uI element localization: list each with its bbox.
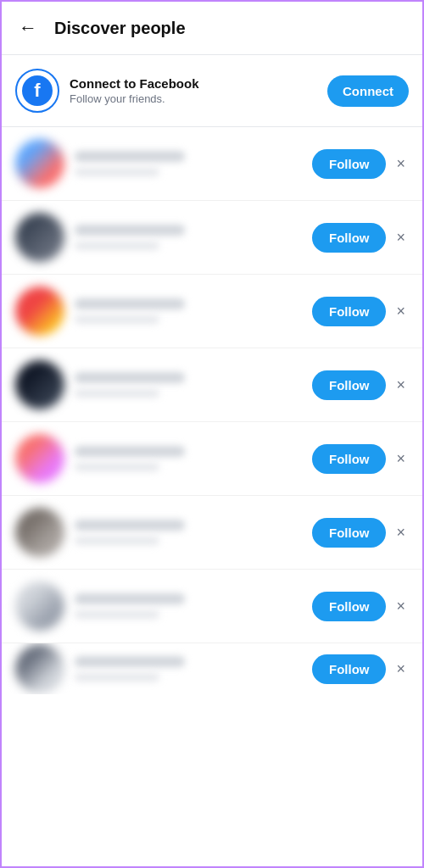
- person-info: [75, 298, 312, 324]
- person-name: [75, 520, 185, 531]
- avatar: [15, 213, 64, 262]
- person-handle: [75, 463, 159, 471]
- facebook-icon-wrap: f: [15, 69, 59, 113]
- dismiss-button[interactable]: ×: [393, 447, 409, 471]
- person-info: [75, 656, 312, 682]
- avatar: [15, 434, 64, 483]
- person-info: [75, 593, 312, 619]
- facebook-banner: f Connect to Facebook Follow your friend…: [2, 55, 422, 127]
- dismiss-button[interactable]: ×: [393, 657, 409, 682]
- person-handle: [75, 315, 159, 324]
- person-name: [75, 372, 185, 383]
- follow-button[interactable]: Follow: [312, 444, 387, 474]
- facebook-text: Connect to Facebook Follow your friends.: [70, 76, 317, 105]
- person-handle: [75, 389, 159, 398]
- person-name: [75, 593, 185, 604]
- dismiss-button[interactable]: ×: [393, 299, 409, 324]
- list-item: Follow ×: [2, 201, 422, 275]
- person-info: [75, 151, 312, 176]
- person-handle: [75, 537, 159, 545]
- person-handle: [75, 610, 159, 619]
- dismiss-button[interactable]: ×: [393, 373, 409, 398]
- dismiss-button[interactable]: ×: [393, 594, 409, 619]
- follow-button[interactable]: Follow: [312, 223, 387, 253]
- avatar: [15, 287, 64, 336]
- person-info: [75, 520, 312, 545]
- dismiss-button[interactable]: ×: [393, 225, 409, 250]
- person-handle: [75, 242, 159, 250]
- list-item: Follow ×: [2, 496, 422, 570]
- person-name: [75, 225, 185, 236]
- list-item: Follow ×: [2, 275, 422, 348]
- header: ← Discover people: [2, 2, 422, 55]
- person-info: [75, 446, 312, 471]
- connect-facebook-button[interactable]: Connect: [327, 75, 409, 107]
- person-name: [75, 656, 185, 667]
- list-item: Follow ×: [2, 643, 422, 694]
- follow-button[interactable]: Follow: [312, 370, 387, 400]
- page-title: Discover people: [54, 19, 186, 38]
- avatar: [15, 360, 64, 409]
- avatar: [15, 508, 64, 557]
- follow-button[interactable]: Follow: [312, 518, 387, 548]
- list-item: Follow ×: [2, 348, 422, 422]
- facebook-title: Connect to Facebook: [70, 76, 317, 91]
- follow-button[interactable]: Follow: [312, 297, 387, 326]
- facebook-subtitle: Follow your friends.: [70, 92, 317, 105]
- person-name: [75, 298, 185, 309]
- list-item: Follow ×: [2, 127, 422, 201]
- follow-button[interactable]: Follow: [312, 654, 387, 684]
- back-button[interactable]: ←: [15, 14, 41, 42]
- list-item: Follow ×: [2, 570, 422, 643]
- person-handle: [75, 673, 159, 682]
- people-list: Follow × Follow × Follow × Follow ×: [2, 127, 422, 694]
- list-item: Follow ×: [2, 422, 422, 496]
- person-info: [75, 372, 312, 398]
- facebook-icon: f: [22, 75, 53, 106]
- avatar: [15, 139, 64, 188]
- dismiss-button[interactable]: ×: [393, 152, 409, 176]
- person-name: [75, 151, 185, 162]
- follow-button[interactable]: Follow: [312, 149, 387, 179]
- person-info: [75, 225, 312, 250]
- dismiss-button[interactable]: ×: [393, 520, 409, 545]
- follow-button[interactable]: Follow: [312, 592, 387, 621]
- avatar: [15, 581, 64, 631]
- person-handle: [75, 168, 159, 176]
- avatar: [15, 644, 64, 693]
- person-name: [75, 446, 185, 457]
